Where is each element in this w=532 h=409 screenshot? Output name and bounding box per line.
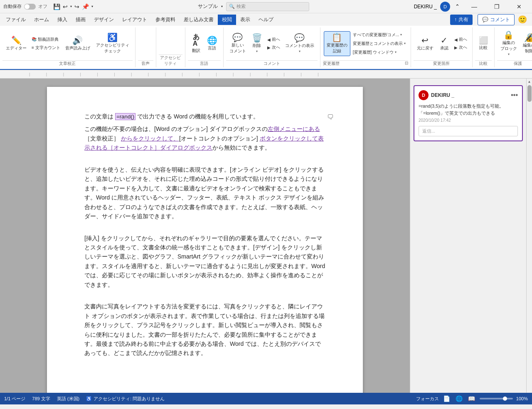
accessibility-status: ♿ アクセシビリティ: 問題ありません (86, 396, 165, 402)
link-left-menu[interactable]: 左側メニューにある (268, 126, 320, 132)
menu-layout[interactable]: レイアウト (118, 15, 151, 25)
zoom-slider[interactable] (480, 398, 513, 399)
menu-review[interactable]: 校閲 (218, 15, 236, 25)
menu-view[interactable]: 表示 (236, 15, 254, 25)
thesaurus-btn[interactable]: 📚 類義語辞典 (30, 36, 62, 43)
doc-container[interactable]: この文章は =rand() で出力できる Word の機能を利用しています。 🗨… (0, 79, 410, 393)
prev-change-btn[interactable]: ◀ 前へ (453, 36, 469, 43)
search-icon: 🔍 (229, 4, 235, 9)
menu-references[interactable]: 参考資料 (151, 15, 180, 25)
title-dropdown[interactable]: ▾ (221, 5, 223, 8)
menu-mailings[interactable]: 差し込み文書 (180, 15, 218, 25)
menu-draw[interactable]: 描画 (71, 15, 90, 25)
link-autocorrect[interactable]: ボタンをクリックして表示される［オートコレクト］ダイアログボックス (84, 135, 324, 151)
scroll-thumb[interactable] (527, 85, 532, 102)
accessibility-icon: ♿ (107, 33, 118, 42)
link-click[interactable]: からをクリックして、 (121, 135, 179, 142)
comment-marker-icon[interactable]: 🗨 (327, 112, 334, 123)
share-button[interactable]: ↑ 共有 (450, 15, 473, 25)
compare-icon: ⬜ (479, 37, 488, 44)
thesaurus-icon: 📚 (32, 37, 37, 42)
ribbon-collapse-btn[interactable]: ⌃ (453, 3, 461, 10)
prev-comment-icon: ◀ (267, 37, 271, 42)
show-markup-btn[interactable]: 変更履歴とコメントの表示 ▾ (351, 40, 407, 47)
para1-before: この文章は (84, 113, 115, 120)
search-box[interactable]: 🔍 検索 (226, 2, 309, 11)
customize-qat[interactable]: 📌 (82, 3, 89, 10)
comment-body: =rand(3,5)のように段落数を指定も可能。「=lorem()」で英文での出… (419, 103, 518, 116)
comment-toggle-button[interactable]: 💬 コメント (478, 14, 515, 25)
minimize-btn[interactable]: — (465, 0, 484, 13)
group-changes: ↩ 元に戻す ✓ 承認 ◀ 前へ ▶ 次へ (411, 27, 473, 67)
wordcount-btn[interactable]: ≡ 文字カウント (30, 44, 62, 52)
delete-comment-btn[interactable]: 🗑️ 削除 ▾ (249, 32, 265, 55)
edit-block-btn[interactable]: 🔒 編集のブロック ▾ (498, 29, 520, 58)
menu-home[interactable]: ホーム (30, 15, 53, 25)
edit-block-icon: 🔒 (503, 31, 514, 39)
delete-dropdown[interactable]: ▾ (256, 49, 258, 53)
doc-title: サンプル (198, 3, 218, 10)
track-changes-expand[interactable]: ⊡ (405, 61, 408, 67)
ribbon-content: ✏️ エディター 📚 類義語辞典 ≡ 文字カウント 🔊 音声読み上げ (0, 26, 532, 70)
editor-icon: ✏️ (11, 36, 22, 44)
next-comment-btn[interactable]: ▶ 次へ (266, 44, 282, 51)
language-btn[interactable]: 🌐 言語 (204, 34, 220, 53)
readaloud-icon: 🔊 (72, 36, 83, 44)
search-label: 検索 (236, 3, 246, 10)
editor-btn[interactable]: ✏️ エディター (3, 34, 29, 53)
show-comments-btn[interactable]: 💬 コメントの表示 ▾ (283, 32, 317, 55)
menu-file[interactable]: ファイル (2, 15, 30, 25)
para-blank-3 (84, 293, 325, 302)
print-view-btn[interactable]: 📄 (442, 394, 451, 403)
web-view-btn[interactable]: 🌐 (455, 394, 464, 403)
edit-restrict-btn[interactable]: 🔏 編集の制限 (520, 32, 532, 56)
compare-btn[interactable]: ⬜ 比較 (476, 35, 491, 52)
user-avatar[interactable]: D (440, 2, 450, 12)
changes-window-btn[interactable]: [変更履歴] ウィンドウ ▾ (351, 49, 407, 56)
autosave-toggle[interactable] (24, 4, 36, 10)
accept-btn[interactable]: ✓ 承認 (437, 34, 452, 53)
restore-btn[interactable]: ❐ (487, 0, 506, 13)
comment-reply-input[interactable]: 返信... (419, 126, 518, 136)
comments-label: コメント (226, 60, 318, 67)
paragraph-2: この機能が不要の場合は、[Word のオプション] ダイアログボックスの左側メニ… (84, 124, 325, 152)
main-area: この文章は =rand() で出力できる Word の機能を利用しています。 🗨… (0, 79, 532, 393)
focus-btn[interactable]: フォーカス (416, 396, 439, 402)
para-blank-4 (84, 361, 325, 370)
revert-btn[interactable]: ↩ 元に戻す (414, 34, 436, 53)
save-icon[interactable]: 💾 (53, 3, 60, 10)
document[interactable]: この文章は =rand() で出力できる Word の機能を利用しています。 🗨… (47, 87, 363, 393)
autosave-area: 自動保存 オフ 💾 ↩ ▾ ↪ 📌 ▾ (3, 3, 93, 10)
menu-help[interactable]: ヘルプ (254, 15, 278, 25)
group-protect: 🔒 編集のブロック ▾ 🔏 編集の制限 保護 (495, 27, 532, 67)
accessibility-btn[interactable]: ♿ アクセシビリティチェック (94, 32, 132, 56)
paragraph-5: 文書内に写真をレイアウトする方法を変更するには、写真をクリックすると、隣にレイア… (84, 302, 325, 357)
next-change-btn[interactable]: ▶ 次へ (453, 44, 469, 51)
all-changes-btn[interactable]: すべての変更履歴/コメ... ▾ (351, 31, 407, 39)
comment-more-btn[interactable]: ••• (511, 91, 518, 99)
emoji-btn[interactable]: 🙂 (518, 15, 527, 24)
close-btn[interactable]: ✕ (510, 0, 529, 13)
group-comments: 💬 新しいコメント 🗑️ 削除 ▾ ◀ 前へ ▶ 次へ (224, 27, 320, 67)
prev-comment-btn[interactable]: ◀ 前へ (266, 36, 282, 43)
translate-btn[interactable]: あA 翻訳 (189, 32, 204, 55)
zoom-thumb[interactable] (503, 397, 507, 401)
scroll-up-btn[interactable]: ▲ (527, 79, 532, 84)
compare-label: 比較 (475, 60, 492, 67)
accept-icon: ✓ (441, 36, 448, 44)
read-view-btn[interactable]: 📖 (467, 394, 476, 403)
menu-insert[interactable]: 挿入 (53, 15, 71, 25)
undo-btn[interactable]: ↩ (63, 3, 68, 10)
paragraph-4: [挿入] をクリックしてから、それぞれのギャラリーで目的の要素を選んでください。… (84, 234, 325, 289)
inline-code: =rand() (115, 113, 135, 120)
language-label: 言語 (188, 60, 221, 67)
track-changes-btn[interactable]: 📋 変更履歴の記録 (324, 31, 350, 56)
undo-dropdown[interactable]: ▾ (70, 5, 72, 8)
scrollbar-right[interactable]: ▲ (526, 79, 532, 393)
paragraph-3: ビデオを使うと、伝えたい内容を明確に表現できます。[オンライン ビデオ] をクリ… (84, 165, 325, 221)
redo-btn[interactable]: ↪ (74, 3, 79, 10)
new-comment-btn[interactable]: 💬 新しいコメント (227, 32, 249, 56)
menu-design[interactable]: デザイン (90, 15, 118, 25)
title-center: サンプル ▾ 🔍 検索 (93, 2, 414, 11)
readaloud-btn[interactable]: 🔊 音声読み上げ (63, 34, 93, 53)
